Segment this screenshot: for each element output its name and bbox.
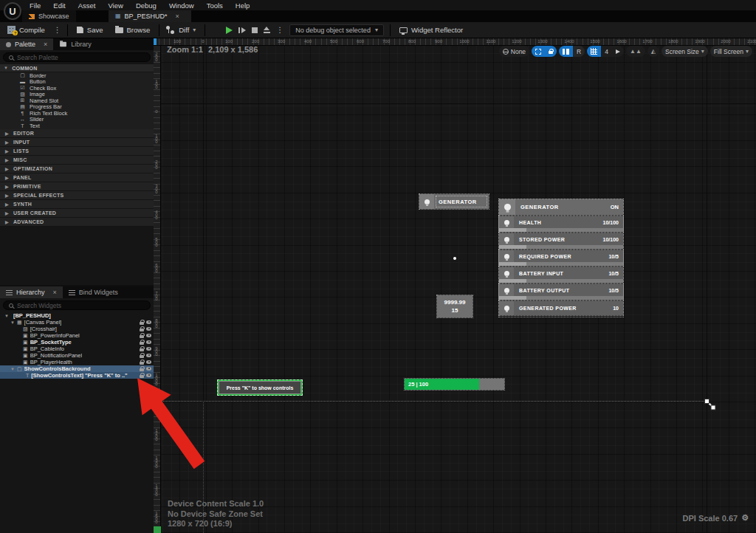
preview-background-button[interactable]: ▲▲ — [626, 46, 645, 57]
palette-item[interactable]: ▤ Progress Bar — [0, 104, 154, 111]
palette-section[interactable]: ▶ OPTIMIZATION — [0, 165, 154, 173]
palette-item[interactable]: ↔ Slider — [0, 117, 154, 123]
menu-item[interactable]: Debug — [136, 1, 157, 10]
palette-section[interactable]: ▶ MISC — [0, 156, 154, 165]
stat-row[interactable]: BATTERY OUTPUT 10/5 — [499, 284, 623, 300]
fill-screen-dropdown[interactable]: Fill Screen ▾ — [710, 46, 752, 57]
palette-section-common[interactable]: ▼ COMMON — [0, 64, 154, 72]
menu-item[interactable]: File — [30, 1, 41, 10]
hierarchy-tree-row[interactable]: ▣ BP_PowerInfoPanel — [0, 332, 154, 339]
lock-icon[interactable] — [140, 375, 144, 378]
designer-canvas[interactable]: 100 0 100 200 300 400 500 600 700 800 90… — [154, 38, 756, 533]
hierarchy-tree-row[interactable]: T [ShowControlsText] "Press "K" to .." — [0, 372, 154, 379]
generator-info-panel-widget[interactable]: GENERATOR ON HEALTH 10/100 STORED POWE — [499, 199, 623, 317]
eject-button[interactable] — [264, 27, 270, 33]
panel-header-row[interactable]: GENERATOR ON — [499, 199, 623, 215]
screen-size-dropdown[interactable]: Screen Size ▾ — [662, 46, 708, 57]
hierarchy-tree-row[interactable]: ▼ [BP_PESHUD] — [0, 312, 154, 319]
show-controls-text-widget-selected[interactable]: Press "K" to show controls — [219, 381, 301, 394]
save-button[interactable]: Save — [74, 24, 106, 35]
palette-item[interactable]: ¶ Rich Text Block — [0, 110, 154, 117]
play-options-icon[interactable]: ⋮ — [276, 26, 284, 34]
hierarchy-tree-row[interactable]: ▼ ▢ ShowControlsBackround — [0, 365, 154, 372]
widget-reflector-button[interactable]: Widget Reflector — [396, 24, 466, 35]
hierarchy-tree-row[interactable]: ▣ BP_SocketType — [0, 339, 154, 345]
eye-visibility-icon[interactable] — [146, 347, 151, 351]
flip-preview-button[interactable]: ◭ — [647, 46, 659, 57]
eye-visibility-icon[interactable] — [146, 374, 151, 377]
palette-section[interactable]: ▶ USER CREATED — [0, 209, 154, 218]
tab-hierarchy[interactable]: Hierarchy × — [0, 286, 63, 298]
compile-button[interactable]: ? Compile — [4, 24, 48, 35]
palette-item[interactable]: T Text — [0, 123, 154, 129]
lock-icon[interactable] — [140, 342, 144, 345]
palette-section[interactable]: ▶ SPECIAL EFFECTS — [0, 191, 154, 200]
progress-bar-widget[interactable]: 25 | 100 — [405, 379, 504, 390]
stat-row[interactable]: REQUIRED POWER 10/5 — [499, 250, 623, 266]
palette-section[interactable]: ▶ SYNTH — [0, 200, 154, 209]
eye-visibility-icon[interactable] — [146, 327, 151, 331]
palette-item[interactable]: ☑ Check Box — [0, 85, 154, 92]
lock-icon[interactable] — [140, 362, 144, 365]
lock-icon[interactable] — [140, 348, 144, 351]
eye-visibility-icon[interactable] — [146, 320, 151, 324]
palette-item[interactable]: ⊞ Named Slot — [0, 97, 154, 104]
debug-object-dropdown[interactable]: No debug object selected ▾ — [289, 24, 384, 36]
menu-item[interactable]: Tools — [207, 1, 223, 10]
palette-search-input[interactable]: Search Palette — [3, 52, 151, 62]
palette-section[interactable]: ▶ PANEL — [0, 173, 154, 182]
lock-icon[interactable] — [140, 322, 144, 325]
expander-icon[interactable]: ▼ — [10, 320, 15, 325]
eye-visibility-icon[interactable] — [146, 340, 151, 344]
menu-item[interactable]: View — [108, 1, 123, 10]
palette-section[interactable]: ▶ INPUT — [0, 138, 154, 147]
hierarchy-search-input[interactable]: Search Widgets — [3, 300, 151, 310]
lock-icon[interactable] — [140, 329, 144, 331]
tab-bind-widgets[interactable]: Bind Widgets — [63, 286, 124, 298]
r-toggle-button[interactable]: R — [573, 46, 585, 57]
cursor-tool-button[interactable] — [612, 46, 624, 57]
compile-options-icon[interactable]: ⋮ — [54, 26, 61, 34]
menu-item[interactable]: Edit — [53, 1, 65, 10]
hierarchy-tree-row[interactable]: ▣ BP_PlayerHealth — [0, 359, 154, 365]
tab-palette[interactable]: Palette × — [0, 38, 53, 50]
frame-skip-button[interactable] — [238, 27, 246, 34]
menu-item[interactable]: Window — [169, 1, 194, 10]
palette-item[interactable]: ▢ Border — [0, 72, 154, 79]
lock-widgets-toggle[interactable] — [545, 46, 557, 57]
hierarchy-tree-row[interactable]: ▣ BP_NotificationPanel — [0, 352, 154, 359]
eye-visibility-icon[interactable] — [146, 354, 151, 357]
palette-section[interactable]: ▶ ADVANCED — [0, 218, 154, 227]
browse-button[interactable]: Browse — [112, 24, 154, 35]
eye-visibility-icon[interactable] — [146, 360, 151, 364]
gear-icon[interactable]: ⚙ — [741, 513, 749, 523]
grid-size-value[interactable]: 4 — [601, 46, 612, 57]
eye-visibility-icon[interactable] — [146, 334, 151, 337]
selection-outline-toggle[interactable] — [532, 46, 545, 57]
palette-section[interactable]: ▶ EDITOR — [0, 129, 154, 138]
respect-locks-toggle[interactable] — [559, 46, 573, 57]
close-tab-icon[interactable]: × — [176, 13, 179, 20]
hierarchy-tree-row[interactable]: ▼ ▦ [Canvas Panel] — [0, 319, 154, 326]
stat-row[interactable]: HEALTH 10/100 — [499, 216, 623, 232]
hierarchy-tree-row[interactable]: ▣ BP_CableInfo — [0, 345, 154, 352]
stop-button[interactable] — [252, 27, 258, 33]
palette-section[interactable]: ▶ LISTS — [0, 147, 154, 156]
stat-row[interactable]: GENERATED POWER 10 — [499, 301, 623, 315]
tab-library[interactable]: Library — [53, 38, 97, 50]
palette-item[interactable]: ▨ Image — [0, 92, 154, 98]
lock-icon[interactable] — [140, 368, 144, 371]
anchor-dot[interactable] — [453, 257, 456, 260]
menu-item[interactable]: Asset — [78, 1, 96, 10]
palette-section[interactable]: ▶ PRIMITIVE — [0, 182, 154, 191]
close-icon[interactable]: × — [53, 289, 57, 296]
hierarchy-tree-row[interactable]: ▨ [Crosshair] — [0, 326, 154, 332]
expander-icon[interactable]: ▼ — [4, 314, 9, 318]
expander-icon[interactable]: ▼ — [10, 367, 15, 371]
lock-icon[interactable] — [140, 355, 144, 358]
diff-button[interactable]: Diff ▾ — [165, 24, 199, 35]
dpi-scale-control[interactable]: DPI Scale 0.67 ⚙ — [683, 513, 749, 523]
generator-button-widget[interactable]: GENERATOR — [419, 194, 489, 209]
stat-row[interactable]: STORED POWER 10/100 — [499, 233, 623, 249]
stat-row[interactable]: BATTERY INPUT 10/5 — [499, 267, 623, 283]
